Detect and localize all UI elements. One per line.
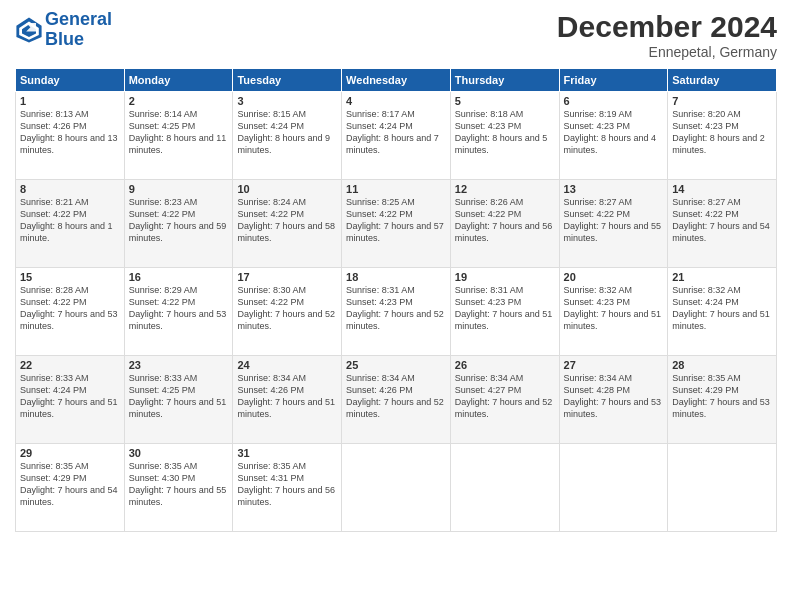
calendar-cell: 21Sunrise: 8:32 AMSunset: 4:24 PMDayligh… <box>668 268 777 356</box>
day-info: Sunrise: 8:20 AMSunset: 4:23 PMDaylight:… <box>672 108 772 157</box>
calendar-week-row: 15Sunrise: 8:28 AMSunset: 4:22 PMDayligh… <box>16 268 777 356</box>
calendar-cell: 17Sunrise: 8:30 AMSunset: 4:22 PMDayligh… <box>233 268 342 356</box>
calendar-cell: 6Sunrise: 8:19 AMSunset: 4:23 PMDaylight… <box>559 92 668 180</box>
day-info: Sunrise: 8:35 AMSunset: 4:31 PMDaylight:… <box>237 460 337 509</box>
day-number: 15 <box>20 271 120 283</box>
weekday-header: Sunday <box>16 69 125 92</box>
day-number: 20 <box>564 271 664 283</box>
day-number: 7 <box>672 95 772 107</box>
calendar-table: SundayMondayTuesdayWednesdayThursdayFrid… <box>15 68 777 532</box>
day-info: Sunrise: 8:34 AMSunset: 4:27 PMDaylight:… <box>455 372 555 421</box>
day-info: Sunrise: 8:34 AMSunset: 4:26 PMDaylight:… <box>346 372 446 421</box>
calendar-cell <box>450 444 559 532</box>
day-number: 5 <box>455 95 555 107</box>
weekday-header: Saturday <box>668 69 777 92</box>
weekday-header: Wednesday <box>342 69 451 92</box>
calendar-cell: 22Sunrise: 8:33 AMSunset: 4:24 PMDayligh… <box>16 356 125 444</box>
weekday-header: Thursday <box>450 69 559 92</box>
calendar-cell <box>342 444 451 532</box>
day-info: Sunrise: 8:17 AMSunset: 4:24 PMDaylight:… <box>346 108 446 157</box>
day-number: 10 <box>237 183 337 195</box>
day-number: 12 <box>455 183 555 195</box>
day-info: Sunrise: 8:33 AMSunset: 4:25 PMDaylight:… <box>129 372 229 421</box>
calendar-cell: 19Sunrise: 8:31 AMSunset: 4:23 PMDayligh… <box>450 268 559 356</box>
calendar-cell: 14Sunrise: 8:27 AMSunset: 4:22 PMDayligh… <box>668 180 777 268</box>
calendar-cell: 24Sunrise: 8:34 AMSunset: 4:26 PMDayligh… <box>233 356 342 444</box>
day-info: Sunrise: 8:27 AMSunset: 4:22 PMDaylight:… <box>672 196 772 245</box>
day-number: 13 <box>564 183 664 195</box>
calendar-cell: 8Sunrise: 8:21 AMSunset: 4:22 PMDaylight… <box>16 180 125 268</box>
logo-text2: Blue <box>45 30 112 50</box>
day-info: Sunrise: 8:25 AMSunset: 4:22 PMDaylight:… <box>346 196 446 245</box>
day-info: Sunrise: 8:14 AMSunset: 4:25 PMDaylight:… <box>129 108 229 157</box>
day-info: Sunrise: 8:31 AMSunset: 4:23 PMDaylight:… <box>346 284 446 333</box>
day-info: Sunrise: 8:13 AMSunset: 4:26 PMDaylight:… <box>20 108 120 157</box>
day-number: 24 <box>237 359 337 371</box>
day-info: Sunrise: 8:23 AMSunset: 4:22 PMDaylight:… <box>129 196 229 245</box>
day-number: 6 <box>564 95 664 107</box>
day-info: Sunrise: 8:21 AMSunset: 4:22 PMDaylight:… <box>20 196 120 245</box>
header: General Blue December 2024 Ennepetal, Ge… <box>15 10 777 60</box>
calendar-cell: 31Sunrise: 8:35 AMSunset: 4:31 PMDayligh… <box>233 444 342 532</box>
day-info: Sunrise: 8:35 AMSunset: 4:30 PMDaylight:… <box>129 460 229 509</box>
calendar-cell: 12Sunrise: 8:26 AMSunset: 4:22 PMDayligh… <box>450 180 559 268</box>
day-number: 19 <box>455 271 555 283</box>
calendar-cell: 28Sunrise: 8:35 AMSunset: 4:29 PMDayligh… <box>668 356 777 444</box>
day-info: Sunrise: 8:32 AMSunset: 4:24 PMDaylight:… <box>672 284 772 333</box>
day-number: 14 <box>672 183 772 195</box>
calendar-week-row: 22Sunrise: 8:33 AMSunset: 4:24 PMDayligh… <box>16 356 777 444</box>
day-info: Sunrise: 8:34 AMSunset: 4:28 PMDaylight:… <box>564 372 664 421</box>
logo-icon <box>15 16 43 44</box>
main-title: December 2024 <box>557 10 777 44</box>
day-number: 25 <box>346 359 446 371</box>
day-number: 21 <box>672 271 772 283</box>
weekday-header-row: SundayMondayTuesdayWednesdayThursdayFrid… <box>16 69 777 92</box>
day-info: Sunrise: 8:34 AMSunset: 4:26 PMDaylight:… <box>237 372 337 421</box>
day-info: Sunrise: 8:31 AMSunset: 4:23 PMDaylight:… <box>455 284 555 333</box>
day-info: Sunrise: 8:29 AMSunset: 4:22 PMDaylight:… <box>129 284 229 333</box>
day-number: 3 <box>237 95 337 107</box>
day-number: 17 <box>237 271 337 283</box>
day-info: Sunrise: 8:24 AMSunset: 4:22 PMDaylight:… <box>237 196 337 245</box>
calendar-cell: 2Sunrise: 8:14 AMSunset: 4:25 PMDaylight… <box>124 92 233 180</box>
day-number: 9 <box>129 183 229 195</box>
weekday-header: Tuesday <box>233 69 342 92</box>
calendar-cell: 27Sunrise: 8:34 AMSunset: 4:28 PMDayligh… <box>559 356 668 444</box>
day-info: Sunrise: 8:28 AMSunset: 4:22 PMDaylight:… <box>20 284 120 333</box>
day-number: 26 <box>455 359 555 371</box>
calendar-cell: 13Sunrise: 8:27 AMSunset: 4:22 PMDayligh… <box>559 180 668 268</box>
day-number: 2 <box>129 95 229 107</box>
calendar-cell: 26Sunrise: 8:34 AMSunset: 4:27 PMDayligh… <box>450 356 559 444</box>
day-number: 16 <box>129 271 229 283</box>
calendar-cell: 1Sunrise: 8:13 AMSunset: 4:26 PMDaylight… <box>16 92 125 180</box>
calendar-cell: 15Sunrise: 8:28 AMSunset: 4:22 PMDayligh… <box>16 268 125 356</box>
calendar-cell: 10Sunrise: 8:24 AMSunset: 4:22 PMDayligh… <box>233 180 342 268</box>
day-info: Sunrise: 8:33 AMSunset: 4:24 PMDaylight:… <box>20 372 120 421</box>
calendar-cell: 25Sunrise: 8:34 AMSunset: 4:26 PMDayligh… <box>342 356 451 444</box>
title-block: December 2024 Ennepetal, Germany <box>557 10 777 60</box>
calendar-cell: 5Sunrise: 8:18 AMSunset: 4:23 PMDaylight… <box>450 92 559 180</box>
day-number: 31 <box>237 447 337 459</box>
day-number: 22 <box>20 359 120 371</box>
day-number: 8 <box>20 183 120 195</box>
calendar-cell <box>559 444 668 532</box>
day-number: 11 <box>346 183 446 195</box>
day-number: 23 <box>129 359 229 371</box>
calendar-cell <box>668 444 777 532</box>
day-info: Sunrise: 8:30 AMSunset: 4:22 PMDaylight:… <box>237 284 337 333</box>
weekday-header: Monday <box>124 69 233 92</box>
day-number: 4 <box>346 95 446 107</box>
day-number: 18 <box>346 271 446 283</box>
day-info: Sunrise: 8:35 AMSunset: 4:29 PMDaylight:… <box>672 372 772 421</box>
calendar-cell: 4Sunrise: 8:17 AMSunset: 4:24 PMDaylight… <box>342 92 451 180</box>
day-info: Sunrise: 8:27 AMSunset: 4:22 PMDaylight:… <box>564 196 664 245</box>
calendar-week-row: 29Sunrise: 8:35 AMSunset: 4:29 PMDayligh… <box>16 444 777 532</box>
calendar-cell: 9Sunrise: 8:23 AMSunset: 4:22 PMDaylight… <box>124 180 233 268</box>
day-number: 30 <box>129 447 229 459</box>
logo: General Blue <box>15 10 112 50</box>
page: General Blue December 2024 Ennepetal, Ge… <box>0 0 792 612</box>
subtitle: Ennepetal, Germany <box>557 44 777 60</box>
day-info: Sunrise: 8:15 AMSunset: 4:24 PMDaylight:… <box>237 108 337 157</box>
calendar-week-row: 1Sunrise: 8:13 AMSunset: 4:26 PMDaylight… <box>16 92 777 180</box>
calendar-cell: 11Sunrise: 8:25 AMSunset: 4:22 PMDayligh… <box>342 180 451 268</box>
